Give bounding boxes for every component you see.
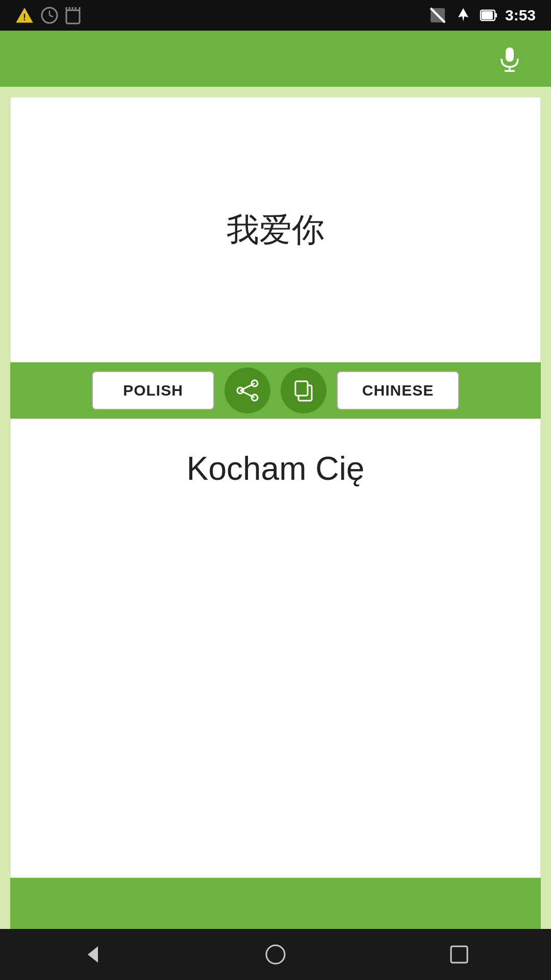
target-text-box[interactable]: Kocham Cię — [10, 419, 541, 878]
svg-rect-15 — [482, 11, 493, 19]
status-left-icons: ! — [15, 6, 81, 24]
status-right-icons: 3:53 — [429, 6, 536, 24]
status-bar: ! — [0, 0, 551, 31]
share-button[interactable] — [224, 368, 270, 413]
target-text: Kocham Cię — [187, 450, 365, 487]
mic-icon — [496, 45, 523, 72]
clock-icon — [41, 7, 58, 24]
copy-button[interactable] — [281, 368, 327, 413]
back-button[interactable] — [79, 941, 105, 968]
app-header — [0, 31, 551, 87]
svg-rect-28 — [451, 946, 467, 963]
svg-rect-5 — [66, 10, 80, 23]
svg-line-23 — [240, 390, 255, 398]
mic-button[interactable] — [487, 36, 533, 82]
main-content: 我爱你 POLISH CHINESE Kocham Cię — [0, 87, 551, 929]
svg-marker-26 — [88, 946, 98, 963]
language-bar: POLISH CHINESE — [10, 362, 541, 419]
svg-line-4 — [49, 15, 53, 17]
nav-bar — [0, 929, 551, 980]
source-language-button[interactable]: POLISH — [92, 371, 214, 410]
recent-button[interactable] — [446, 941, 472, 968]
svg-point-27 — [266, 945, 285, 964]
home-icon — [262, 941, 289, 968]
source-text-box[interactable]: 我爱你 — [10, 97, 541, 362]
target-language-button[interactable]: CHINESE — [337, 371, 459, 410]
home-button[interactable] — [262, 941, 289, 968]
warning-icon: ! — [15, 6, 34, 24]
sdcard-icon — [65, 6, 81, 24]
svg-text:!: ! — [23, 12, 26, 22]
back-icon — [79, 941, 105, 968]
airplane-icon — [454, 6, 472, 24]
bottom-green-bar — [10, 878, 541, 929]
svg-rect-25 — [295, 381, 308, 396]
source-text: 我爱你 — [227, 208, 324, 252]
svg-line-22 — [240, 383, 255, 390]
status-time: 3:53 — [505, 7, 536, 24]
battery-icon — [480, 6, 498, 24]
share-icon — [235, 378, 260, 403]
svg-rect-14 — [495, 13, 497, 17]
svg-rect-16 — [506, 47, 514, 62]
nosim-icon — [429, 6, 447, 24]
copy-icon — [291, 378, 316, 403]
recent-icon — [446, 941, 472, 968]
